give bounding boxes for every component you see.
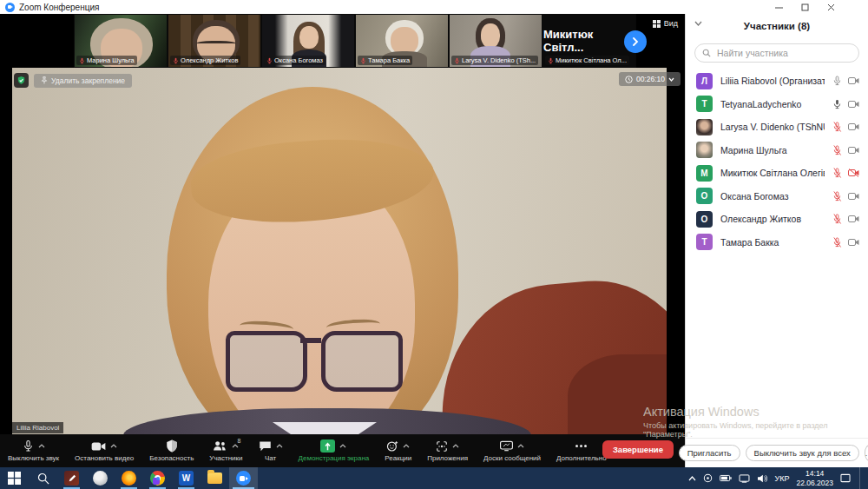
chevron-up-icon[interactable] bbox=[452, 444, 459, 448]
participant-row[interactable]: ООлександр Житков bbox=[686, 208, 868, 231]
toolbar-label: Приложения bbox=[427, 454, 468, 462]
toolbar-label: Демонстрация экрана bbox=[299, 454, 370, 462]
taskbar-clock[interactable]: 14:14 22.06.2023 bbox=[796, 469, 833, 487]
meeting-timer[interactable]: 00:26:10 bbox=[619, 72, 681, 86]
mic-muted-icon bbox=[832, 237, 842, 248]
chevron-up-icon[interactable] bbox=[38, 444, 45, 448]
thumbnail-name-label: Марина Шульга bbox=[76, 56, 137, 65]
mic-icon bbox=[23, 439, 34, 453]
video-thumbnail[interactable]: Олександр Житков bbox=[168, 14, 261, 68]
participant-search-input[interactable] bbox=[715, 47, 852, 59]
footer-more-button[interactable]: ... bbox=[865, 445, 868, 461]
video-thumbnail[interactable]: Марина Шульга bbox=[74, 14, 168, 68]
taskbar-notes-icon[interactable] bbox=[57, 467, 86, 489]
chevron-up-icon[interactable] bbox=[339, 444, 346, 448]
mute-all-button[interactable]: Выключить звук для всех bbox=[746, 445, 859, 461]
toolbar-mic-button[interactable]: Выключить звук bbox=[0, 434, 67, 467]
video-thumbnail[interactable]: Микитюк Світл...Микитюк Світлана Ол... bbox=[542, 14, 636, 68]
toolbar-shield-button[interactable]: Безопасность bbox=[141, 434, 201, 467]
grid-view-icon bbox=[653, 20, 661, 28]
toolbar-label: Чат bbox=[265, 454, 276, 462]
taskbar-apps: W bbox=[0, 467, 258, 489]
camera-off-icon bbox=[848, 76, 859, 85]
chair-arm-shape bbox=[568, 354, 667, 434]
taskbar-paint-icon[interactable] bbox=[86, 467, 115, 489]
taskbar-word-icon[interactable]: W bbox=[172, 467, 201, 489]
maximize-button[interactable] bbox=[792, 0, 818, 14]
toolbar-share-button[interactable]: Демонстрация экрана bbox=[291, 434, 378, 467]
video-thumbnail[interactable]: Тамара Бакка bbox=[355, 14, 449, 68]
participant-name: Larysa V. Didenko (TShNUK, Kyiv) bbox=[720, 122, 825, 132]
action-center-icon[interactable] bbox=[840, 473, 851, 483]
clock-time: 14:14 bbox=[796, 469, 833, 479]
toolbar-label: Доски сообщений bbox=[483, 454, 541, 462]
participant-row[interactable]: Larysa V. Didenko (TShNUK, Kyiv) bbox=[686, 116, 868, 139]
taskbar-chrome-icon[interactable] bbox=[143, 467, 172, 489]
speaker-glasses-shape bbox=[226, 331, 403, 392]
participant-row[interactable]: ММикитюк Світлана Олегівна bbox=[686, 162, 868, 185]
panel-footer: Пригласить Выключить звук для всех ... bbox=[686, 438, 868, 467]
chevron-up-icon[interactable] bbox=[517, 444, 524, 448]
participant-row[interactable]: ЛLiliia Riabovol (Организатор, я) bbox=[686, 69, 868, 93]
avatar: М bbox=[696, 165, 713, 182]
minimize-button[interactable] bbox=[766, 0, 792, 14]
timer-value: 00:26:10 bbox=[636, 75, 665, 83]
end-meeting-button[interactable]: Завершение bbox=[602, 440, 674, 459]
toolbar-label: Остановить видео bbox=[75, 454, 134, 462]
participant-search-box bbox=[694, 43, 859, 63]
next-page-button[interactable] bbox=[624, 30, 647, 53]
chevron-up-icon[interactable] bbox=[110, 444, 117, 448]
toolbar-reactions-button[interactable]: Реакции bbox=[377, 434, 419, 467]
whiteboard-icon bbox=[500, 440, 513, 452]
show-desktop-button[interactable] bbox=[859, 467, 865, 489]
mic-muted-icon bbox=[832, 214, 842, 224]
toolbar-chat-button[interactable]: Чат bbox=[251, 434, 291, 467]
chevron-up-icon[interactable] bbox=[232, 444, 239, 448]
chevron-up-icon[interactable] bbox=[276, 444, 283, 448]
video-filmstrip: Микитюк Світл...Микитюк Світлана Ол...La… bbox=[0, 14, 686, 68]
network-display-icon[interactable] bbox=[739, 474, 750, 483]
invite-button[interactable]: Пригласить bbox=[679, 445, 740, 461]
pinned-speaker-video bbox=[12, 68, 667, 434]
toolbar-apps-button[interactable]: Приложения bbox=[419, 434, 476, 467]
toolbar-label: Дополнительно bbox=[556, 454, 607, 462]
chevron-up-icon[interactable] bbox=[403, 444, 410, 448]
battery-icon[interactable] bbox=[720, 474, 732, 482]
window-title: Zoom Конференция bbox=[19, 3, 99, 12]
toolbar-label: Участники bbox=[209, 454, 242, 462]
unpin-button[interactable]: Удалить закрепление bbox=[34, 74, 132, 88]
participant-row[interactable]: ООксана Богомаз bbox=[686, 185, 868, 208]
taskbar-zoom-icon[interactable] bbox=[229, 467, 258, 489]
mic-muted-icon bbox=[79, 57, 85, 64]
taskbar-start-icon[interactable] bbox=[0, 467, 29, 489]
view-button-label: Вид bbox=[664, 19, 678, 28]
toolbar-whiteboard-button[interactable]: Доски сообщений bbox=[476, 434, 549, 467]
participants-header: Участники (8) bbox=[686, 14, 868, 38]
more-icon bbox=[575, 444, 588, 448]
taskbar-explorer-icon[interactable] bbox=[201, 467, 229, 489]
collapse-panel-icon[interactable] bbox=[694, 21, 702, 26]
tray-app-icon[interactable] bbox=[703, 473, 713, 483]
toolbar-participants-button[interactable]: 8Участники bbox=[201, 434, 250, 467]
close-button[interactable] bbox=[818, 0, 844, 14]
screen: Zoom Конференция Микитюк Світл...Микитюк… bbox=[0, 0, 868, 489]
mic-muted-icon bbox=[360, 57, 366, 64]
security-shield-icon[interactable] bbox=[14, 73, 29, 88]
pin-icon bbox=[41, 76, 48, 84]
view-button[interactable]: Вид bbox=[649, 17, 681, 30]
participant-row[interactable]: Марина Шульга bbox=[686, 139, 868, 162]
taskbar-search-icon[interactable] bbox=[29, 467, 57, 489]
mic-muted-icon bbox=[832, 168, 842, 178]
participant-row[interactable]: TTetyanaLadychenko bbox=[686, 93, 868, 116]
speaker-icon[interactable] bbox=[757, 474, 767, 483]
language-indicator[interactable]: УКР bbox=[774, 474, 789, 483]
participant-row[interactable]: ТТамара Бакка bbox=[686, 231, 868, 254]
participant-name: Liliia Riabovol (Организатор, я) bbox=[720, 76, 825, 86]
taskbar-firefox-icon[interactable] bbox=[115, 467, 143, 489]
video-thumbnail[interactable]: Оксана Богомаз bbox=[261, 14, 355, 68]
video-thumbnail[interactable]: Larysa V. Didenko (TSh... bbox=[449, 14, 542, 68]
thumbnail-name-label: Тамара Бакка bbox=[358, 56, 412, 65]
mic-muted-icon bbox=[454, 57, 460, 64]
hidden-icons-chevron-icon[interactable] bbox=[688, 476, 696, 481]
toolbar-camera-button[interactable]: Остановить видео bbox=[67, 434, 141, 467]
